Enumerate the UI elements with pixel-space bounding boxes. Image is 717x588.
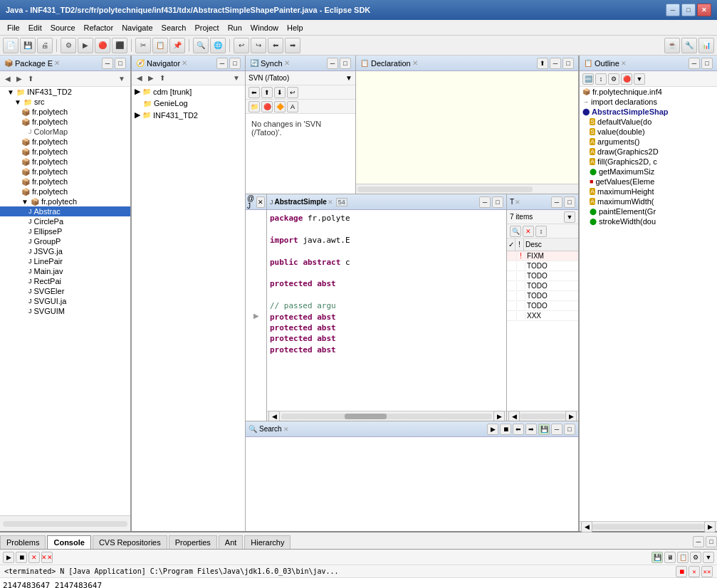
tree-pkg-7[interactable]: 📦 fr.polytech <box>0 177 130 187</box>
tasks-sl[interactable]: ◀ <box>508 411 520 421</box>
tasks-min[interactable]: ─ <box>551 196 562 208</box>
tb15[interactable]: ⬅ <box>268 38 283 53</box>
tasks-filter[interactable]: 🔍 <box>510 226 521 237</box>
con-tb8[interactable]: ⚙ <box>690 552 701 563</box>
pkg-up[interactable]: ⬆ <box>26 74 36 83</box>
out-tb2[interactable]: ↕ <box>595 73 607 85</box>
tree-jsvg[interactable]: J JSVG.ja <box>0 246 130 256</box>
tb16[interactable]: ➡ <box>285 38 300 53</box>
con-tb4[interactable]: ✕✕ <box>41 552 53 563</box>
tree-pkg-2[interactable]: 📦 fr.polytech <box>0 117 130 127</box>
task-row-3[interactable]: TODO <box>507 281 578 291</box>
tree-rect[interactable]: J RectPai <box>0 276 130 286</box>
out-tb5[interactable]: ▼ <box>634 73 645 85</box>
search-tb1[interactable]: ▶ <box>487 424 498 435</box>
tb11[interactable]: 🔍 <box>193 38 209 53</box>
tree-pkg-8[interactable]: 📦 fr.polytech <box>0 187 130 196</box>
decl-close[interactable]: ✕ <box>412 59 418 67</box>
synch-tb4[interactable]: ↩ <box>287 87 298 98</box>
outline-item-10[interactable]: A maximumHeight <box>580 187 717 196</box>
menu-run[interactable]: Run <box>224 22 246 33</box>
tree-pkg-3[interactable]: 📦 fr.polytech <box>0 137 130 147</box>
search-close[interactable]: ✕ <box>283 426 289 433</box>
outline-close[interactable]: ✕ <box>621 60 627 67</box>
atj-close[interactable]: ✕ <box>256 196 265 208</box>
perspective1[interactable]: ☕ <box>664 38 680 53</box>
abstract-code[interactable]: package fr.polyte import java.awt.E publ… <box>267 210 506 411</box>
tb4[interactable]: ⚙ <box>61 38 76 53</box>
task-row-0[interactable]: ! FIXM <box>507 251 578 261</box>
synch-close[interactable]: ✕ <box>284 59 290 67</box>
pkg-min[interactable]: ─ <box>102 58 113 69</box>
search-tb2[interactable]: ⏹ <box>500 424 511 435</box>
tree-pkg-6[interactable]: 📦 fr.polytech <box>0 167 130 177</box>
outline-item-6[interactable]: A draw(Graphics2D <box>580 147 717 157</box>
synch-min[interactable]: ─ <box>327 58 338 69</box>
tasks-delete[interactable]: ✕ <box>523 226 534 237</box>
abs-hscroll[interactable]: ◀ ▶ <box>267 411 506 421</box>
search-max[interactable]: □ <box>564 424 575 435</box>
decl-min[interactable]: ─ <box>550 58 561 69</box>
tasks-hscroll[interactable]: ◀ ▶ <box>507 411 578 421</box>
synch-tb1[interactable]: ⬅ <box>248 87 260 98</box>
tree-pkg-9[interactable]: ▼ 📦 fr.polytech <box>0 196 130 206</box>
minimize-button[interactable]: ─ <box>666 4 680 16</box>
tb5[interactable]: ▶ <box>78 38 93 53</box>
con-tb9[interactable]: ▼ <box>703 552 714 563</box>
outline-item-0[interactable]: 📦 fr.polytechnique.inf4 <box>580 87 717 97</box>
maximize-button[interactable]: □ <box>681 4 696 16</box>
nav-close[interactable]: ✕ <box>182 59 187 67</box>
tb13[interactable]: ↩ <box>234 38 249 53</box>
abs-min[interactable]: ─ <box>479 196 491 208</box>
con-tb1[interactable]: ▶ <box>3 552 14 563</box>
tasks-sr[interactable]: ▶ <box>565 411 577 421</box>
outline-item-4[interactable]: S value(double) <box>580 127 717 137</box>
decl-hscrollbar[interactable] <box>357 187 533 192</box>
task-row-1[interactable]: TODO <box>507 261 578 271</box>
menu-project[interactable]: Project <box>190 22 223 33</box>
tb14[interactable]: ↪ <box>251 38 266 53</box>
tree-ellipse[interactable]: J EllipseP <box>0 226 130 236</box>
tb10[interactable]: 📌 <box>169 38 185 53</box>
menu-window[interactable]: Window <box>246 22 283 33</box>
tasks-close[interactable]: ✕ <box>515 199 520 206</box>
tree-groupp[interactable]: J GroupP <box>0 236 130 246</box>
con-tb3[interactable]: ✕ <box>28 552 40 563</box>
search-tb5[interactable]: 💾 <box>538 424 550 435</box>
nav-back[interactable]: ◀ <box>135 73 145 83</box>
console-output[interactable]: 2147483647 2147483647 <box>0 578 717 588</box>
synch-tb5[interactable]: 📁 <box>248 101 260 112</box>
decl-hscroll[interactable] <box>356 184 578 194</box>
tab-hierarchy[interactable]: Hierarchy <box>244 535 291 549</box>
synch-tb7[interactable]: 🔶 <box>274 101 286 112</box>
tasks-tb1[interactable]: ▼ <box>564 211 575 223</box>
pkg-scrollbar[interactable] <box>3 521 127 527</box>
tb3[interactable]: 🖨 <box>37 38 53 53</box>
outline-item-5[interactable]: A arguments() <box>580 137 717 147</box>
nav-menu[interactable]: ▼ <box>231 73 242 83</box>
tree-pkg-1[interactable]: 📦 fr.polytech <box>0 107 130 117</box>
tree-pkg-5[interactable]: 📦 fr.polytech <box>0 157 130 167</box>
outline-item-12[interactable]: ⬤ paintElement(Gr <box>580 206 717 216</box>
outline-item-9[interactable]: ■ getValues(Eleme <box>580 177 717 187</box>
nav-min[interactable]: ─ <box>216 58 228 69</box>
synch-tb8[interactable]: A <box>287 101 298 112</box>
con-stop[interactable]: ⏹ <box>676 566 687 577</box>
out-sr[interactable]: ▶ <box>704 521 716 532</box>
menu-refactor[interactable]: Refactor <box>80 22 118 33</box>
synch-tb3[interactable]: ⬇ <box>274 87 286 98</box>
outline-item-2[interactable]: ⬤ AbstractSimpleShap <box>580 107 717 117</box>
pkg-back[interactable]: ◀ <box>3 74 13 83</box>
synch-tb6[interactable]: 🔴 <box>261 101 273 112</box>
pkg-fwd[interactable]: ▶ <box>14 74 24 83</box>
tb6[interactable]: 🔴 <box>95 38 110 53</box>
tree-main[interactable]: J Main.jav <box>0 266 130 276</box>
tree-item-src[interactable]: ▼ 📁 src <box>0 97 130 107</box>
tab-properties[interactable]: Properties <box>169 535 217 549</box>
tasks-scrollbar[interactable] <box>520 414 565 419</box>
con-tb6[interactable]: 🖥 <box>664 552 676 563</box>
menu-source[interactable]: Source <box>46 22 80 33</box>
search-min[interactable]: ─ <box>551 424 562 435</box>
tab-cvs[interactable]: CVS Repositories <box>93 535 167 549</box>
pkg-max[interactable]: □ <box>115 58 126 69</box>
